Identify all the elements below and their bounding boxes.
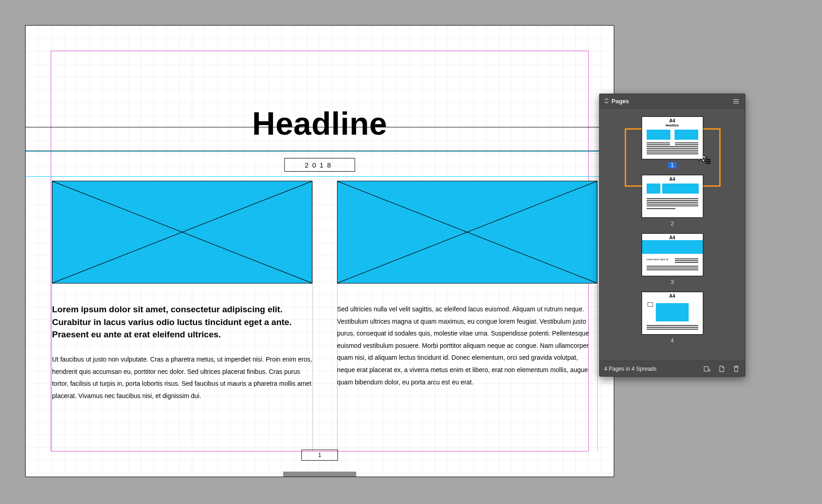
svg-rect-4: [706, 159, 710, 163]
page-number-box[interactable]: 1: [301, 450, 338, 461]
year-box[interactable]: 2018: [285, 158, 355, 172]
page-thumb[interactable]: A4 Headline 1: [642, 116, 703, 168]
master-label: A4: [642, 235, 703, 240]
bottom-handle[interactable]: [283, 472, 356, 477]
image-placeholder-right[interactable]: [337, 181, 597, 284]
panel-menu-icon[interactable]: [732, 97, 740, 105]
edit-page-size-icon[interactable]: [703, 365, 711, 373]
page-number-label: 4: [642, 337, 703, 344]
column-guide: [597, 181, 598, 452]
thumb-headline: Headline: [642, 124, 703, 127]
panel-header[interactable]: Pages: [600, 94, 745, 109]
column-guide: [312, 181, 313, 452]
image-placeholder-left[interactable]: [52, 181, 312, 284]
page-thumb[interactable]: A4 2: [642, 175, 703, 227]
svg-rect-5: [704, 367, 708, 371]
document-canvas[interactable]: Headline 2018 Lorem ipsum dolor sit amet…: [25, 25, 614, 477]
page-thumb[interactable]: A4 Lorem ipsum dolor sit 3: [642, 233, 703, 285]
master-label: A4: [642, 177, 703, 182]
new-page-icon[interactable]: [717, 365, 726, 373]
page-thumbnails: A4 Headline 1 A4: [600, 110, 745, 361]
horizontal-guide[interactable]: [26, 176, 614, 177]
body-column-left[interactable]: Ut faucibus ut justo non vulputate. Cras…: [52, 353, 312, 402]
page-number-label: 2: [642, 220, 703, 227]
page-number: 1: [318, 452, 321, 458]
page-thumb[interactable]: A4 4: [642, 292, 703, 344]
master-label: A4: [642, 118, 703, 123]
pages-status: 4 Pages in 4 Spreads: [604, 366, 657, 372]
page-number-badge: 1: [668, 162, 677, 168]
page-number-label: 3: [642, 279, 703, 285]
panel-title: Pages: [611, 98, 629, 105]
horizontal-guide[interactable]: [26, 151, 614, 152]
pages-panel[interactable]: Pages A4 Headline: [599, 94, 745, 377]
trash-icon[interactable]: [732, 365, 740, 373]
headline-text[interactable]: Headline: [26, 105, 614, 142]
master-label: A4: [642, 294, 703, 299]
year-text: 2018: [305, 161, 334, 169]
panel-footer: 4 Pages in 4 Spreads: [600, 361, 745, 376]
thumb-caption: Lorem ipsum dolor sit: [647, 258, 669, 261]
intro-paragraph[interactable]: Lorem ipsum dolor sit amet, consectetur …: [52, 303, 312, 341]
body-column-right[interactable]: Sed ultricies nulla vel velit sagittis, …: [337, 303, 597, 388]
collapse-icon[interactable]: [604, 98, 609, 105]
